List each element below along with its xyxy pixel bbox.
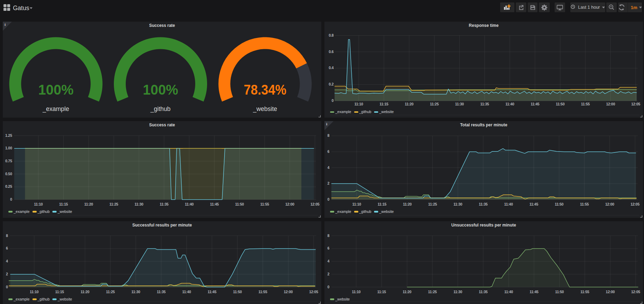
- svg-text:2: 2: [6, 272, 8, 276]
- svg-text:11:30: 11:30: [134, 202, 143, 206]
- svg-text:11:35: 11:35: [479, 290, 488, 294]
- svg-text:11:45: 11:45: [210, 202, 219, 206]
- svg-text:11:10: 11:10: [354, 102, 363, 106]
- svg-text:0.4: 0.4: [329, 66, 334, 70]
- svg-text:11:40: 11:40: [504, 202, 513, 206]
- svg-text:8: 8: [327, 133, 329, 138]
- svg-text:11:10: 11:10: [352, 290, 360, 294]
- svg-text:0: 0: [327, 197, 329, 201]
- svg-text:6: 6: [6, 246, 8, 250]
- svg-text:11:35: 11:35: [160, 202, 168, 206]
- svg-text:11:30: 11:30: [454, 202, 462, 206]
- svg-text:11:10: 11:10: [352, 202, 361, 206]
- svg-text:11:20: 11:20: [403, 202, 412, 206]
- svg-text:12:00: 12:00: [606, 290, 615, 294]
- svg-text:11:30: 11:30: [131, 290, 140, 294]
- svg-text:11:35: 11:35: [480, 102, 489, 106]
- svg-text:78.34%: 78.34%: [244, 81, 286, 98]
- svg-text:0: 0: [10, 197, 12, 201]
- svg-text:11:20: 11:20: [403, 290, 411, 294]
- svg-text:_website: _website: [253, 105, 277, 113]
- svg-text:12:00: 12:00: [606, 102, 615, 106]
- svg-text:11:40: 11:40: [504, 290, 513, 294]
- svg-text:8: 8: [6, 233, 8, 238]
- svg-text:11:40: 11:40: [505, 102, 514, 106]
- svg-text:11:15: 11:15: [378, 202, 386, 206]
- svg-text:12:05: 12:05: [310, 202, 320, 206]
- svg-text:11:55: 11:55: [258, 290, 267, 294]
- svg-text:4: 4: [327, 259, 329, 263]
- svg-text:11:35: 11:35: [479, 202, 488, 206]
- svg-text:1.25: 1.25: [5, 133, 12, 138]
- svg-text:11:10: 11:10: [34, 202, 43, 206]
- svg-text:11:20: 11:20: [84, 202, 93, 206]
- svg-text:11:20: 11:20: [405, 102, 414, 106]
- svg-text:11:45: 11:45: [530, 290, 539, 294]
- svg-text:2: 2: [327, 272, 329, 276]
- svg-text:11:15: 11:15: [55, 290, 64, 294]
- svg-text:0.2: 0.2: [329, 82, 334, 86]
- svg-text:11:50: 11:50: [555, 202, 563, 206]
- svg-text:4: 4: [327, 165, 329, 170]
- svg-text:100%: 100%: [38, 81, 74, 98]
- svg-text:11:25: 11:25: [428, 202, 437, 206]
- svg-text:_example: _example: [42, 105, 69, 113]
- svg-text:12:05: 12:05: [309, 290, 318, 294]
- svg-text:0: 0: [331, 98, 334, 103]
- svg-text:11:55: 11:55: [260, 202, 269, 206]
- svg-text:11:55: 11:55: [581, 102, 590, 106]
- svg-text:11:15: 11:15: [59, 202, 68, 206]
- svg-text:11:55: 11:55: [580, 202, 589, 206]
- svg-text:11:50: 11:50: [233, 290, 242, 294]
- svg-text:11:30: 11:30: [453, 290, 462, 294]
- svg-text:12:00: 12:00: [285, 202, 294, 206]
- svg-text:6: 6: [327, 246, 329, 250]
- svg-text:11:35: 11:35: [157, 290, 166, 294]
- svg-text:11:50: 11:50: [555, 290, 564, 294]
- svg-text:11:25: 11:25: [106, 290, 115, 294]
- svg-text:12:05: 12:05: [630, 202, 639, 206]
- svg-text:11:50: 11:50: [556, 102, 564, 106]
- svg-text:11:25: 11:25: [428, 290, 437, 294]
- svg-text:0.8: 0.8: [329, 33, 334, 37]
- svg-text:11:45: 11:45: [529, 202, 538, 206]
- svg-text:100%: 100%: [143, 81, 178, 98]
- svg-text:11:40: 11:40: [185, 202, 193, 206]
- svg-text:11:45: 11:45: [207, 290, 216, 294]
- svg-text:11:25: 11:25: [430, 102, 439, 106]
- svg-text:12:05: 12:05: [631, 102, 640, 106]
- svg-text:12:05: 12:05: [631, 290, 640, 294]
- svg-text:11:10: 11:10: [30, 290, 38, 294]
- svg-text:11:15: 11:15: [377, 290, 386, 294]
- svg-text:8: 8: [327, 233, 329, 238]
- svg-text:4: 4: [6, 259, 8, 263]
- svg-text:11:30: 11:30: [455, 102, 464, 106]
- svg-text:11:15: 11:15: [380, 102, 388, 106]
- svg-text:11:55: 11:55: [580, 290, 589, 294]
- svg-text:0.75: 0.75: [5, 159, 12, 163]
- svg-text:1.00: 1.00: [5, 146, 12, 150]
- svg-text:0: 0: [6, 285, 8, 289]
- svg-text:12:00: 12:00: [284, 290, 293, 294]
- svg-text:0.6: 0.6: [329, 50, 334, 54]
- svg-text:11:25: 11:25: [109, 202, 118, 206]
- svg-text:11:40: 11:40: [182, 290, 191, 294]
- svg-text:6: 6: [327, 149, 329, 154]
- svg-text:12:00: 12:00: [605, 202, 614, 206]
- svg-text:0.25: 0.25: [5, 184, 12, 188]
- svg-text:0: 0: [327, 285, 329, 289]
- svg-text:11:45: 11:45: [530, 102, 539, 106]
- svg-text:11:50: 11:50: [235, 202, 244, 206]
- svg-text:11:20: 11:20: [81, 290, 89, 294]
- svg-text:0.50: 0.50: [5, 172, 12, 176]
- svg-text:_github: _github: [150, 105, 170, 113]
- svg-text:2: 2: [327, 181, 329, 185]
